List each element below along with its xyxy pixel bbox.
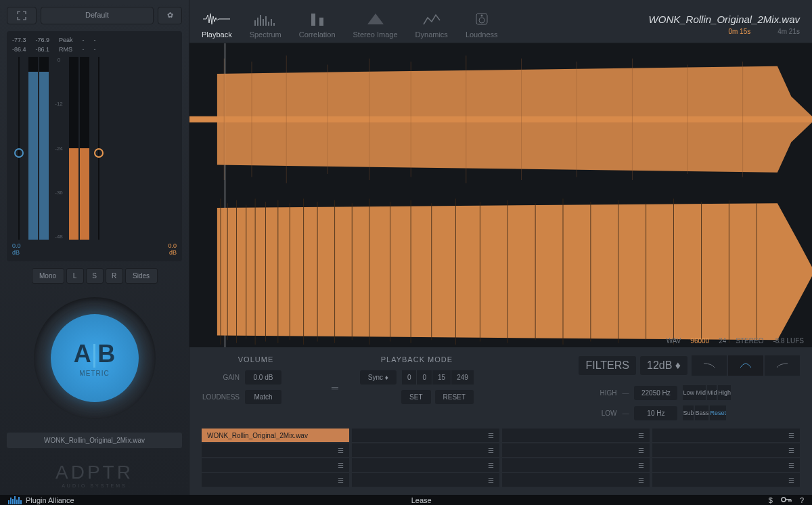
tab-spectrum[interactable]: Spectrum: [250, 10, 281, 39]
gain-slider-a[interactable]: [12, 57, 26, 240]
time-current: 0m 15s: [728, 28, 750, 35]
playlist-slot-9[interactable]: ☰: [202, 458, 349, 472]
meter-a-r: [39, 57, 49, 240]
playlist-slot-4[interactable]: ☰: [652, 429, 800, 442]
expand-button[interactable]: [7, 7, 37, 24]
filter-slope[interactable]: 12dB ♦: [640, 356, 687, 375]
db-val-a: 0.0: [12, 242, 21, 249]
timecode[interactable]: 0015249: [402, 370, 474, 385]
svg-rect-0: [254, 20, 256, 26]
playlist-slot-11[interactable]: ☰: [502, 458, 650, 472]
preset-reset[interactable]: Reset: [710, 405, 726, 420]
wave-lufs: -8.8 LUFS: [773, 337, 804, 345]
waveform-detail: [189, 196, 812, 348]
preset-mid[interactable]: Mid: [707, 385, 717, 400]
tab-loudness[interactable]: Loudness: [466, 10, 498, 39]
preset-bass[interactable]: Bass: [695, 405, 708, 420]
playlist-slot-14[interactable]: ☰: [352, 473, 499, 487]
brand-logo: ADPTR AUDIO SYSTEMS: [7, 462, 182, 488]
playlist-slot-12[interactable]: ☰: [652, 458, 800, 472]
playback-title: PLAYBACK MODE: [360, 355, 474, 364]
expand-icon: [17, 11, 26, 20]
gain-value[interactable]: 0.0 dB: [245, 370, 281, 385]
tab-stereo[interactable]: Stereo Image: [353, 10, 398, 39]
playlist-slot-6[interactable]: ☰: [352, 443, 499, 457]
speaker-icon: [474, 10, 489, 28]
svg-point-54: [782, 498, 786, 502]
lowpass-shape[interactable]: [692, 355, 727, 376]
svg-rect-5: [268, 22, 269, 26]
preset-sub[interactable]: Sub: [683, 405, 694, 420]
rms-b-l: -: [83, 46, 85, 53]
correlation-icon: [309, 10, 326, 28]
wave-format: WAV: [667, 337, 681, 345]
hamburger-icon[interactable]: ☰: [338, 432, 344, 439]
settings-button[interactable]: ✿: [158, 7, 182, 24]
svg-rect-1: [257, 18, 258, 26]
stereo-icon: [365, 10, 386, 28]
tab-playback[interactable]: Playback: [202, 10, 232, 39]
playlist-slot-16[interactable]: ☰: [652, 473, 800, 487]
mono-button[interactable]: Mono: [32, 268, 64, 284]
sidebar-filename[interactable]: WONK_Rollin_Original_2Mix.wav: [7, 433, 182, 448]
svg-point-12: [480, 14, 482, 16]
bandpass-shape[interactable]: [728, 355, 763, 376]
meter-scale: 0-12-24-36-48: [51, 57, 66, 240]
hamburger-icon[interactable]: ☰: [638, 432, 644, 439]
peak-b-r: -: [94, 37, 96, 43]
purchase-button[interactable]: $: [769, 496, 773, 504]
waveform-icon: [203, 10, 230, 28]
link-icon[interactable]: ═: [332, 382, 338, 393]
gain-slider-b[interactable]: [92, 57, 106, 240]
meter-b-r: [80, 57, 89, 240]
waveform-overview: [189, 43, 812, 196]
left-button[interactable]: L: [66, 268, 84, 284]
playlist-slot-15[interactable]: ☰: [502, 473, 650, 487]
sides-button[interactable]: Sides: [125, 268, 158, 284]
svg-rect-9: [319, 18, 323, 26]
meter-b-l: [69, 57, 78, 240]
high-freq[interactable]: 22050 Hz: [634, 386, 677, 400]
svg-rect-3: [263, 19, 264, 26]
gear-icon: ✿: [167, 11, 173, 19]
preset-lowmid[interactable]: Low Mid: [683, 385, 706, 400]
tab-correlation[interactable]: Correlation: [299, 10, 336, 39]
filters-button[interactable]: FILTERS: [579, 356, 636, 375]
hamburger-icon[interactable]: ☰: [488, 432, 494, 439]
playlist-slot-7[interactable]: ☰: [502, 443, 650, 457]
waveform-display[interactable]: WAV 96000 24 STEREO -8.8 LUFS: [189, 43, 812, 347]
rms-label: RMS: [59, 46, 73, 53]
match-button[interactable]: Match: [245, 390, 281, 404]
low-freq[interactable]: 10 Hz: [634, 406, 677, 420]
playlist-slot-5[interactable]: ☰: [202, 443, 349, 457]
svg-point-11: [479, 18, 484, 23]
spectrum-icon: [254, 10, 276, 28]
playlist-slot-3[interactable]: ☰: [502, 429, 650, 442]
svg-rect-2: [260, 15, 261, 26]
tab-dynamics[interactable]: Dynamics: [415, 10, 448, 39]
peak-b-l: -: [83, 37, 85, 43]
playlist: WONK_Rollin_Original_2Mix.wav☰ ☰ ☰ ☰ ☰ ☰…: [202, 429, 800, 487]
set-button[interactable]: SET: [401, 390, 430, 404]
preset-high[interactable]: High: [718, 385, 731, 400]
playlist-slot-8[interactable]: ☰: [652, 443, 800, 457]
key-icon[interactable]: [781, 496, 792, 504]
ab-dial: A|B METRIC: [34, 297, 156, 419]
playlist-slot-2[interactable]: ☰: [352, 429, 499, 442]
preset-selector[interactable]: Default: [41, 7, 154, 24]
hamburger-icon[interactable]: ☰: [788, 432, 794, 439]
side-button[interactable]: S: [86, 268, 104, 284]
highpass-shape[interactable]: [765, 355, 800, 376]
svg-rect-7: [273, 23, 275, 26]
playlist-slot-13[interactable]: ☰: [202, 473, 349, 487]
playlist-slot-10[interactable]: ☰: [352, 458, 499, 472]
playlist-slot-1[interactable]: WONK_Rollin_Original_2Mix.wav☰: [202, 429, 349, 442]
meter-a-l: [28, 57, 38, 240]
help-button[interactable]: ?: [800, 496, 804, 504]
reset-button[interactable]: RESET: [435, 390, 474, 404]
ab-toggle[interactable]: A|B METRIC: [51, 314, 139, 402]
dynamics-icon: [422, 10, 441, 28]
right-button[interactable]: R: [106, 268, 123, 284]
sync-selector[interactable]: Sync ♦: [360, 370, 397, 385]
svg-rect-6: [271, 19, 272, 26]
